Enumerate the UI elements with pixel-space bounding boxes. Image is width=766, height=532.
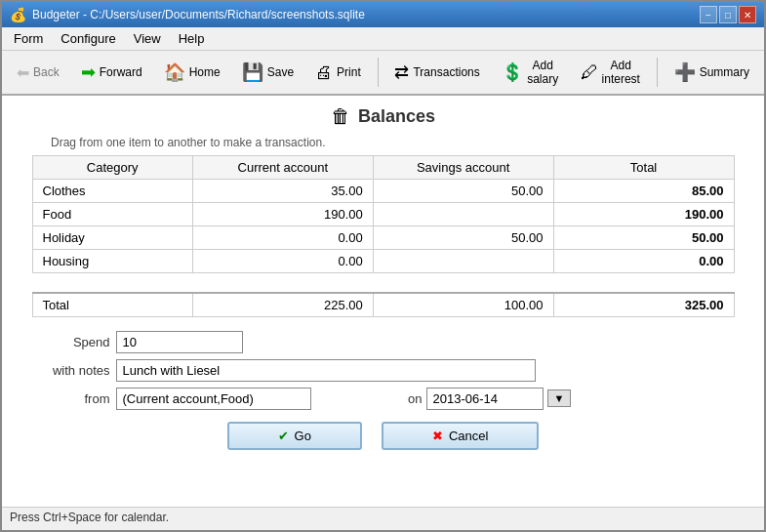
cell-total: 190.00 <box>553 203 734 226</box>
col-header-current: Current account <box>192 156 373 180</box>
forward-button[interactable]: ➡ Forward <box>72 58 151 87</box>
save-icon: 💾 <box>242 61 263 83</box>
back-button[interactable]: ⬅ Back <box>8 60 68 86</box>
check-icon: ✔ <box>278 429 289 443</box>
notes-input[interactable] <box>116 359 536 382</box>
restore-button[interactable]: □ <box>719 6 737 23</box>
print-label: Print <box>337 65 361 79</box>
transactions-label: Transactions <box>413 65 479 79</box>
back-icon: ⬅ <box>17 63 29 82</box>
cell-savings <box>373 203 553 226</box>
from-input[interactable] <box>116 388 311 410</box>
print-icon: 🖨 <box>315 62 333 83</box>
menu-configure[interactable]: Configure <box>53 29 123 48</box>
from-row: from on ▼ <box>32 388 735 410</box>
cell-category: Housing <box>32 250 192 273</box>
cancel-button[interactable]: ✖ Cancel <box>382 422 539 450</box>
transactions-button[interactable]: ⇄ Transactions <box>385 58 488 87</box>
date-input[interactable] <box>426 388 544 410</box>
col-header-savings: Savings account <box>373 156 553 180</box>
home-label: Home <box>189 65 221 79</box>
balance-table: Category Current account Savings account… <box>32 155 735 317</box>
print-button[interactable]: 🖨 Print <box>306 59 370 87</box>
cell-savings: 50.00 <box>373 180 553 203</box>
go-label: Go <box>295 429 311 443</box>
cell-current: 35.00 <box>192 180 373 203</box>
cell-category: Food <box>32 203 192 226</box>
notes-label: with notes <box>32 363 110 378</box>
add-salary-button[interactable]: 💲 Add salary <box>493 55 568 90</box>
total-label: Total <box>32 293 192 317</box>
main-content: 🗑 Balances Drag from one item to another… <box>2 96 764 507</box>
statusbar: Press Ctrl+Space for calendar. <box>2 507 764 530</box>
action-buttons: ✔ Go ✖ Cancel <box>32 422 735 450</box>
cell-savings <box>373 250 553 273</box>
spend-label: Spend <box>32 335 110 349</box>
window-controls: − □ ✕ <box>700 6 756 23</box>
menu-form[interactable]: Form <box>6 29 51 48</box>
table-row[interactable]: Food 190.00 190.00 <box>32 203 734 226</box>
cell-current: 0.00 <box>192 226 373 250</box>
menu-help[interactable]: Help <box>171 29 213 48</box>
cell-total: 50.00 <box>553 226 734 250</box>
toolbar-separator-2 <box>657 58 658 87</box>
date-dropdown-button[interactable]: ▼ <box>547 389 572 407</box>
spend-input[interactable] <box>116 331 243 353</box>
notes-row: with notes <box>32 359 735 382</box>
forward-icon: ➡ <box>81 61 96 83</box>
total-total: 325.00 <box>553 293 734 317</box>
save-button[interactable]: 💾 Save <box>233 58 302 87</box>
cell-current: 190.00 <box>192 203 373 226</box>
col-header-category: Category <box>32 156 192 180</box>
table-row[interactable]: Housing 0.00 0.00 <box>32 250 734 273</box>
table-row[interactable]: Holiday 0.00 50.00 50.00 <box>32 226 734 250</box>
transactions-icon: ⇄ <box>394 61 409 83</box>
add-salary-icon: 💲 <box>502 61 523 83</box>
cell-category: Clothes <box>32 180 192 203</box>
back-label: Back <box>33 65 60 79</box>
cell-current: 0.00 <box>192 250 373 273</box>
page-header-icon: 🗑 <box>331 105 350 128</box>
spend-row: Spend <box>32 331 735 353</box>
go-button[interactable]: ✔ Go <box>227 422 362 450</box>
drag-hint: Drag from one item to another to make a … <box>51 136 325 149</box>
transaction-form: Spend with notes from on ▼ ✔ Go <box>32 331 735 450</box>
cell-savings: 50.00 <box>373 226 553 250</box>
forward-label: Forward <box>100 65 142 79</box>
main-window: 💰 Budgeter - C:/Users/user/Documents/Ric… <box>0 0 766 532</box>
col-header-total: Total <box>553 156 734 180</box>
on-label: on <box>344 391 423 406</box>
summary-button[interactable]: ➕ Summary <box>665 58 758 87</box>
add-interest-button[interactable]: 🖊 Add interest <box>572 55 649 90</box>
page-title: Balances <box>358 106 435 127</box>
total-current: 225.00 <box>192 293 373 317</box>
window-title: Budgeter - C:/Users/user/Documents/Richa… <box>32 8 365 21</box>
statusbar-text: Press Ctrl+Space for calendar. <box>10 511 169 524</box>
cell-total: 0.00 <box>553 250 734 273</box>
summary-label: Summary <box>700 65 749 79</box>
home-icon: 🏠 <box>164 61 185 83</box>
home-button[interactable]: 🏠 Home <box>155 58 229 87</box>
app-icon: 💰 <box>10 7 26 22</box>
total-row: Total 225.00 100.00 325.00 <box>32 293 734 317</box>
toolbar: ⬅ Back ➡ Forward 🏠 Home 💾 Save 🖨 Print ⇄… <box>2 51 764 96</box>
cancel-label: Cancel <box>449 429 488 443</box>
menubar: Form Configure View Help <box>2 27 764 51</box>
summary-icon: ➕ <box>674 61 696 83</box>
minimize-button[interactable]: − <box>700 6 717 23</box>
save-label: Save <box>267 65 294 79</box>
menu-view[interactable]: View <box>126 29 169 48</box>
cell-total: 85.00 <box>553 180 734 203</box>
toolbar-separator-1 <box>378 58 379 87</box>
titlebar: 💰 Budgeter - C:/Users/user/Documents/Ric… <box>2 2 764 27</box>
add-interest-icon: 🖊 <box>581 62 598 83</box>
total-savings: 100.00 <box>373 293 553 317</box>
add-interest-label: Add interest <box>602 59 640 86</box>
cell-category: Holiday <box>32 226 192 250</box>
from-label: from <box>32 391 110 406</box>
cross-icon: ✖ <box>432 429 443 443</box>
table-row[interactable]: Clothes 35.00 50.00 85.00 <box>32 180 734 203</box>
close-button[interactable]: ✕ <box>739 6 756 23</box>
page-header: 🗑 Balances <box>331 105 435 128</box>
add-salary-label: Add salary <box>527 59 559 86</box>
